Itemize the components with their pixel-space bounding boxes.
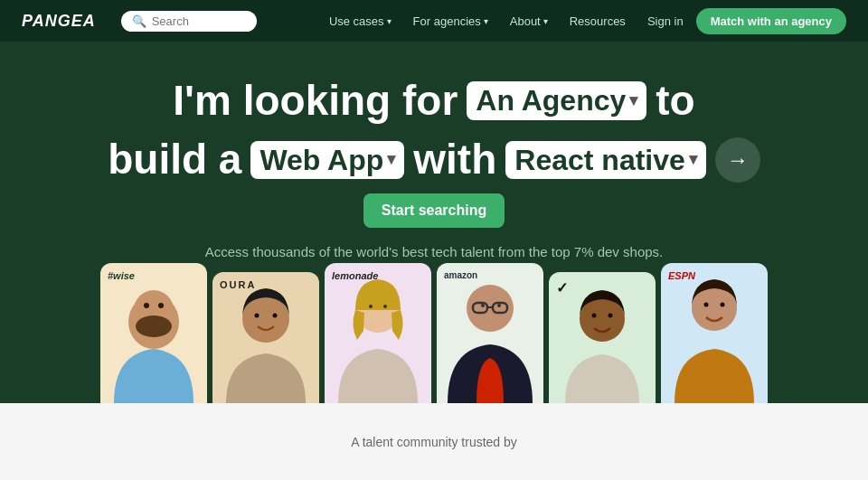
navigation: PANGEA 🔍 Use cases ▾ For agencies ▾ Abou… [0, 0, 868, 42]
search-input[interactable] [152, 14, 246, 28]
brand-logo-oura: OURA [220, 279, 256, 290]
footer-strip: A talent community trusted by [0, 403, 868, 480]
search-bar[interactable]: 🔍 [121, 11, 257, 32]
talent-card-espn: ESPN [661, 263, 768, 403]
brand-logo-wise: #wise [108, 270, 135, 281]
svg-point-7 [273, 314, 278, 318]
svg-point-16 [497, 304, 501, 307]
brand-logo-nike: ✓ [556, 279, 568, 296]
svg-point-22 [721, 303, 725, 307]
logo[interactable]: PANGEA [22, 12, 96, 31]
hero-with: with [413, 135, 496, 184]
arrow-button[interactable]: → [715, 137, 760, 183]
hero-line1: I'm looking for An Agency ▾ to [173, 76, 694, 126]
person-illustration-lemonade [325, 263, 431, 403]
svg-point-3 [144, 303, 149, 308]
svg-point-6 [255, 314, 259, 318]
hero-to: to [656, 76, 694, 126]
hero-line2: build a Web App ▾ with React native ▾ → … [72, 135, 796, 228]
person-illustration-espn [661, 263, 768, 403]
nav-links: Use cases ▾ For agencies ▾ About ▾ Resou… [320, 8, 846, 34]
footer-trusted-text: A talent community trusted by [351, 435, 517, 449]
nav-link-about[interactable]: About ▾ [501, 9, 557, 33]
svg-point-2 [136, 315, 172, 337]
chevron-down-icon: ▾ [484, 16, 488, 26]
svg-point-19 [609, 314, 613, 318]
person-illustration-wise [100, 263, 207, 403]
hero-build-a: build a [108, 135, 241, 184]
webapp-dropdown[interactable]: Web App ▾ [250, 141, 404, 179]
svg-point-10 [383, 305, 387, 308]
brand-logo-amazon: amazon [444, 270, 477, 280]
talent-card-amazon: amazon [437, 263, 543, 403]
chevron-down-icon: ▾ [689, 150, 697, 170]
signin-link[interactable]: Sign in [638, 9, 693, 33]
agency-dropdown[interactable]: An Agency ▾ [467, 81, 646, 119]
svg-point-4 [158, 303, 164, 308]
nav-link-resources[interactable]: Resources [561, 9, 635, 33]
react-dropdown[interactable]: React native ▾ [505, 141, 706, 179]
start-searching-button[interactable]: Start searching [363, 193, 505, 228]
brand-logo-espn: ESPN [668, 270, 695, 281]
talent-card-nike: ✓ [549, 272, 656, 403]
chevron-down-icon: ▾ [543, 16, 548, 26]
svg-point-18 [592, 314, 597, 318]
chevron-down-icon: ▾ [629, 91, 637, 111]
talent-card-wise: #wise [100, 263, 207, 403]
brand-logo-lemonade: lemonade [332, 270, 378, 281]
talent-card-oura: OURA [212, 272, 319, 403]
nav-link-for-agencies[interactable]: For agencies ▾ [404, 9, 497, 33]
chevron-down-icon: ▾ [387, 150, 395, 170]
svg-point-15 [481, 304, 485, 307]
hero-headline: I'm looking for An Agency ▾ to build a W… [72, 76, 796, 228]
person-illustration-oura [212, 272, 319, 403]
match-agency-button[interactable]: Match with an agency [696, 8, 846, 34]
talent-card-lemonade: lemonade [325, 263, 431, 403]
chevron-down-icon: ▾ [387, 16, 392, 26]
nav-link-use-cases[interactable]: Use cases ▾ [320, 9, 401, 33]
svg-point-21 [704, 303, 709, 307]
person-illustration-amazon [437, 263, 543, 403]
search-icon: 🔍 [132, 14, 146, 28]
hero-section: I'm looking for An Agency ▾ to build a W… [0, 42, 868, 403]
svg-point-9 [369, 305, 373, 308]
hero-prefix: I'm looking for [173, 76, 458, 126]
talent-cards-row: #wise OURA [100, 263, 768, 403]
hero-subtext: Access thousands of the world's best tec… [205, 244, 663, 259]
